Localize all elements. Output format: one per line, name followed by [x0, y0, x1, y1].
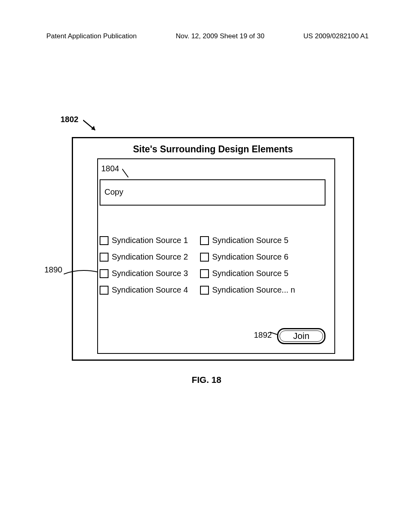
sources-column-1: Syndication Source 1 Syndication Source … — [100, 236, 188, 295]
checkbox-icon[interactable] — [200, 253, 209, 262]
header-center: Nov. 12, 2009 Sheet 19 of 30 — [176, 32, 265, 40]
inner-panel: 1804 Copy Syndication Source 1 Syndicati… — [97, 158, 335, 354]
checkbox-icon[interactable] — [200, 286, 209, 295]
source-label: Syndication Source 3 — [112, 269, 188, 278]
source-row: Syndication Source 4 — [100, 285, 188, 295]
join-label: Join — [293, 331, 309, 341]
header-left: Patent Application Publication — [46, 32, 137, 40]
reference-numeral-1802: 1802 — [60, 115, 79, 124]
source-label: Syndication Source 6 — [212, 252, 288, 262]
source-label: Syndication Source... n — [212, 285, 295, 295]
reference-numeral-1892: 1892 — [254, 330, 272, 340]
checkbox-icon[interactable] — [100, 253, 108, 262]
source-row: Syndication Source 2 — [100, 252, 188, 262]
source-label: Syndication Source 5 — [212, 269, 288, 278]
sources-column-2: Syndication Source 5 Syndication Source … — [200, 236, 295, 295]
leader-line-1892 — [270, 330, 278, 337]
source-label: Syndication Source 2 — [112, 252, 188, 262]
checkbox-icon[interactable] — [100, 236, 108, 245]
checkbox-icon[interactable] — [100, 269, 108, 278]
checkbox-icon[interactable] — [100, 286, 108, 295]
leader-line-1802 — [83, 118, 103, 138]
checkbox-icon[interactable] — [200, 269, 209, 278]
join-button-inner: Join — [280, 330, 323, 342]
outer-panel: Site's Surrounding Design Elements 1804 … — [72, 137, 354, 361]
source-row: Syndication Source 1 — [100, 236, 188, 245]
panel-title: Site's Surrounding Design Elements — [73, 138, 353, 155]
source-label: Syndication Source 1 — [112, 236, 188, 245]
source-row: Syndication Source 3 — [100, 269, 188, 278]
svg-line-3 — [270, 332, 277, 335]
reference-numeral-1890: 1890 — [44, 265, 63, 274]
copy-label: Copy — [104, 187, 123, 196]
leader-line-1890 — [64, 270, 100, 282]
source-row: Syndication Source 5 — [200, 236, 295, 245]
page-header: Patent Application Publication Nov. 12, … — [0, 0, 413, 40]
source-row: Syndication Source... n — [200, 285, 295, 295]
source-label: Syndication Source 5 — [212, 236, 288, 245]
copy-field[interactable]: Copy — [100, 179, 325, 206]
source-row: Syndication Source 6 — [200, 252, 295, 262]
source-label: Syndication Source 4 — [112, 285, 188, 295]
syndication-sources: Syndication Source 1 Syndication Source … — [100, 236, 295, 295]
svg-line-2 — [122, 169, 128, 177]
reference-numeral-1804: 1804 — [101, 164, 119, 173]
join-button[interactable]: Join — [277, 328, 325, 344]
checkbox-icon[interactable] — [200, 236, 209, 245]
header-right: US 2009/0282100 A1 — [303, 32, 369, 40]
source-row: Syndication Source 5 — [200, 269, 295, 278]
figure-caption: FIG. 18 — [0, 375, 413, 385]
